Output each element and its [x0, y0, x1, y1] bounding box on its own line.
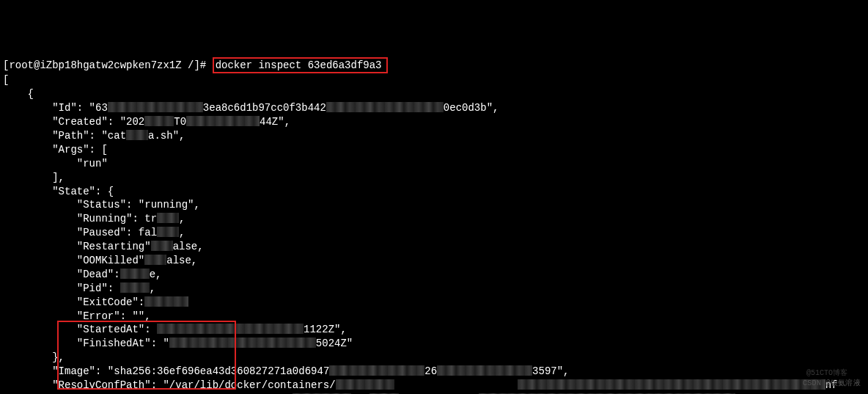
redacted-segment	[169, 338, 316, 348]
redacted-segment	[186, 116, 260, 126]
json-open-bracket: [	[3, 74, 9, 86]
redacted-segment	[157, 324, 304, 334]
oom-suffix: alse,	[166, 255, 197, 266]
finishedat-prefix: "FinishedAt": "	[3, 338, 169, 349]
running-prefix: "Running": tr	[3, 213, 157, 225]
redacted-segment	[329, 365, 424, 376]
redacted-segment	[144, 116, 174, 126]
paused-suffix: ,	[179, 227, 185, 238]
restarting-suffix: alse,	[173, 241, 204, 252]
redacted-segment	[144, 296, 188, 307]
redacted-segment	[518, 379, 825, 390]
state-close: },	[3, 351, 65, 363]
redacted-segment	[126, 130, 148, 140]
watermark-secondary: @51CTO博客	[806, 368, 847, 379]
args-close: ],	[3, 172, 65, 183]
image-mid: d360827271a0d6947	[224, 365, 329, 377]
redacted-segment	[157, 227, 179, 237]
image-suffix: 3597",	[532, 365, 569, 377]
shell-prompt: [root@iZbp18hgatw2cwpken7zx1Z /]#	[3, 59, 206, 71]
created-mid: T0	[174, 116, 186, 128]
startedat-prefix: "StartedAt":	[3, 324, 157, 335]
redacted-segment	[108, 102, 203, 112]
created-suffix: 44Z",	[260, 116, 290, 128]
redacted-segment	[157, 213, 179, 223]
redacted-segment	[120, 269, 150, 279]
error-line: "Error": "",	[3, 310, 151, 322]
created-prefix: "Created": "202	[3, 116, 144, 128]
args-open: "Args": [	[3, 144, 108, 156]
dead-suffix: e,	[150, 269, 162, 280]
image-mid2: 26	[424, 365, 437, 377]
id-suffix: 0ec0d3b",	[444, 102, 499, 114]
running-suffix: ,	[179, 213, 185, 225]
prompt-line: [root@iZbp18hgatw2cwpken7zx1Z /]# docker…	[3, 59, 388, 71]
pid-suffix: ,	[150, 282, 155, 294]
redacted-segment	[326, 102, 444, 112]
path-suffix: a.sh",	[148, 130, 185, 142]
paused-prefix: "Paused": fal	[3, 227, 157, 238]
id-prefix: "Id": "63	[3, 102, 108, 114]
exitcode-prefix: "ExitCode":	[3, 296, 144, 308]
startedat-suffix: 1122Z",	[304, 324, 347, 335]
state-open: "State": {	[3, 186, 114, 197]
args-run: "run"	[3, 158, 108, 169]
id-mid: 3ea8c6d1b97cc0f3b442	[203, 102, 326, 114]
restarting-prefix: "Restarting"	[3, 241, 151, 252]
image-prefix: "Image": "sha256:36ef696ea43	[3, 365, 224, 377]
redacted-segment	[144, 255, 166, 265]
state-status: "Status": "running",	[3, 199, 200, 211]
pid-prefix: "Pid":	[3, 282, 120, 294]
redacted-segment	[151, 241, 173, 251]
command-highlight: docker inspect 63ed6a3df9a3	[213, 57, 388, 74]
redacted-segment	[120, 282, 150, 293]
path-prefix: "Path": "cat	[3, 130, 126, 142]
dead-prefix: "Dead":	[3, 269, 120, 280]
redacted-segment	[336, 379, 394, 390]
json-open-brace: {	[3, 88, 34, 100]
redacted-segment	[437, 365, 532, 376]
finishedat-suffix: 5024Z"	[316, 338, 353, 349]
oom-prefix: "OOMKilled"	[3, 255, 144, 266]
command-text: docker inspect 63ed6a3df9a3	[216, 59, 382, 71]
resolv-prefix: "ResolvConfPath": "/var/lib/docker/conta…	[3, 379, 336, 391]
watermark: CSDN @银氨溶液	[803, 379, 861, 389]
